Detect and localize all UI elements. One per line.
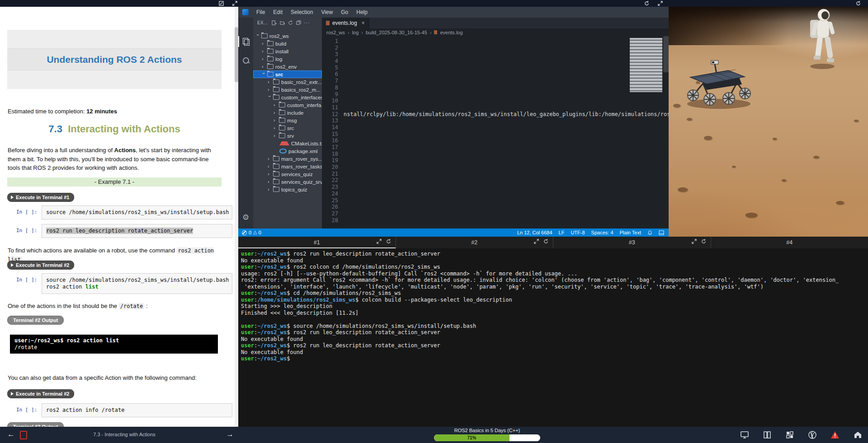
menu-file[interactable]: File <box>252 9 269 15</box>
editor-line: 28 <box>322 217 669 224</box>
tree-item-install[interactable]: ›install <box>253 47 322 55</box>
gazebo-sim-view[interactable] <box>669 7 868 237</box>
expand-icon[interactable] <box>534 239 539 244</box>
warning-icon[interactable] <box>830 430 840 439</box>
notebook-scrollbar[interactable] <box>235 7 238 427</box>
tree-item-src[interactable]: ›src <box>253 70 322 78</box>
reload-icon[interactable] <box>386 239 391 244</box>
more-actions-icon[interactable]: ··· <box>303 19 311 26</box>
terminal-line: user:~/ros2_ws$ ros2 run leo_description… <box>241 329 868 336</box>
tree-item-label: ros2_env <box>275 64 297 70</box>
tree-item-mars-rover-sys-[interactable]: ›mars_rover_sys... <box>253 155 322 163</box>
status-item[interactable]: UTF-8 <box>571 230 585 235</box>
tree-item-log[interactable]: ›log <box>253 55 322 63</box>
status-item[interactable]: LF <box>559 230 565 235</box>
tree-item-services-quiz[interactable]: ›services_quiz <box>253 170 322 178</box>
menu-selection[interactable]: Selection <box>287 9 317 15</box>
close-icon[interactable]: × <box>362 20 365 26</box>
status-item[interactable]: Ln 12, Col 6684 <box>517 230 552 235</box>
edit-icon[interactable] <box>219 1 224 6</box>
breadcrumb-item[interactable]: events.log <box>440 30 462 35</box>
forward-arrow-icon[interactable]: → <box>226 430 234 439</box>
code-input[interactable]: source /home/simulations/ros2_sims_ws/in… <box>42 205 232 219</box>
bell-icon[interactable] <box>647 230 652 235</box>
grid-icon[interactable] <box>785 430 795 439</box>
editor-scrollbar[interactable] <box>663 36 669 72</box>
explorer-icon[interactable] <box>238 34 253 49</box>
tree-item-custom-interfa-[interactable]: ›custom_interfa... <box>253 101 322 109</box>
tree-item-custom-interfaces[interactable]: ›custom_interfaces <box>253 93 322 101</box>
terminal-tab-1[interactable]: #1 <box>238 237 396 248</box>
tree-item-build[interactable]: ›build <box>253 40 322 47</box>
expand-icon[interactable] <box>692 239 697 244</box>
status-item[interactable]: Plain Text <box>620 230 642 235</box>
line-number: 15 <box>322 131 344 138</box>
tree-item-ros2-ws[interactable]: ›ros2_ws <box>253 32 322 40</box>
breadcrumb-item[interactable]: build_2025-08-30_16-15-45 <box>366 30 427 35</box>
status-item[interactable]: Spaces: 4 <box>591 230 613 235</box>
tree-item-msg[interactable]: ›msg <box>253 117 322 124</box>
expand-icon[interactable] <box>658 1 663 6</box>
execute-terminal-1-button[interactable]: Execute in Terminal #1 <box>7 193 74 202</box>
tree-item-srv[interactable]: ›srv <box>253 132 322 140</box>
reload-icon[interactable] <box>543 239 548 244</box>
file-tree: ›ros2_ws›build›install›log›ros2_env›src›… <box>253 28 322 193</box>
reload-icon[interactable] <box>856 1 861 6</box>
editor-line: 14 <box>322 124 669 131</box>
code-input[interactable]: ros2 action info /rotate <box>42 403 232 417</box>
stop-button[interactable] <box>20 431 27 439</box>
book-icon[interactable] <box>762 430 772 439</box>
new-folder-icon[interactable] <box>279 19 286 26</box>
tree-item-services-quiz-srv[interactable]: ›services_quiz_srv <box>253 178 322 186</box>
home-icon[interactable] <box>853 430 863 439</box>
tree-item-topics-quiz[interactable]: ›topics_quiz <box>253 186 322 193</box>
editor-content[interactable]: 123456789101112nstall/rclpy/lib:/home/si… <box>322 36 669 228</box>
terminal-output[interactable]: user:~/ros2_ws$ ros2 run leo_description… <box>238 248 868 362</box>
chevron-right-icon: › <box>430 30 432 35</box>
explorer-sidebar: EX... ··· ›ros2_ws›build›install›log›ros… <box>253 18 322 228</box>
tree-item-include[interactable]: ›include <box>253 109 322 117</box>
menu-view[interactable]: View <box>317 9 337 15</box>
warning-count[interactable]: 0 <box>259 230 261 235</box>
editor-group: events.log × ros2_ws›log›build_2025-08-3… <box>322 18 669 228</box>
reload-icon[interactable] <box>701 239 706 244</box>
back-arrow-icon[interactable]: ← <box>7 430 15 439</box>
expand-icon[interactable] <box>232 1 237 6</box>
tree-item-ros2-env[interactable]: ›ros2_env <box>253 63 322 70</box>
tab-events-log[interactable]: events.log × <box>322 18 369 28</box>
gear-icon[interactable]: ⚙ <box>238 210 253 225</box>
execute-terminal-2-button[interactable]: Execute in Terminal #2 <box>7 389 74 398</box>
terminal-tab-2[interactable]: #2 <box>396 237 554 248</box>
minimap[interactable] <box>630 38 662 92</box>
monitor-icon[interactable] <box>740 430 750 439</box>
tree-item-cmakelists-txt[interactable]: CMakeLists.txt <box>253 140 322 147</box>
tree-item-src[interactable]: ›src <box>253 124 322 132</box>
cell-prompt: In [ ]: <box>16 209 40 215</box>
scrollbar-thumb[interactable] <box>235 27 238 82</box>
menu-go[interactable]: Go <box>337 9 352 15</box>
log-file-icon <box>326 21 330 25</box>
search-icon[interactable] <box>238 53 253 68</box>
tree-item-basic-ros2-extr-[interactable]: ›basic_ros2_extr... <box>253 78 322 86</box>
tree-item-package-xml[interactable]: package.xml <box>253 147 322 155</box>
breadcrumb-item[interactable]: ros2_ws <box>326 30 345 35</box>
terminal-tab-4[interactable]: #4 <box>711 237 868 248</box>
code-input[interactable]: ros2 run leo_description rotate_action_s… <box>42 224 232 238</box>
error-count[interactable]: 0 <box>249 230 251 235</box>
menu-edit[interactable]: Edit <box>269 9 287 15</box>
new-file-icon[interactable] <box>271 19 278 26</box>
refresh-icon[interactable] <box>287 19 294 26</box>
ros-logo-icon[interactable] <box>807 430 817 439</box>
terminal-tab-3[interactable]: #3 <box>553 237 711 248</box>
course-notebook-panel[interactable]: Understanding ROS 2 Actions Estimated ti… <box>0 7 238 427</box>
expand-icon[interactable] <box>377 239 382 244</box>
panel-layout-icon[interactable] <box>659 230 664 235</box>
menu-help[interactable]: Help <box>352 9 372 15</box>
execute-terminal-2-button[interactable]: Execute in Terminal #2 <box>7 261 74 270</box>
breadcrumb-item[interactable]: log <box>352 30 359 35</box>
reload-icon[interactable] <box>644 1 649 6</box>
collapse-all-icon[interactable] <box>295 19 302 26</box>
tree-item-basics-ros2-m-[interactable]: ›basics_ros2_m... <box>253 86 322 93</box>
code-input[interactable]: source /home/simulations/ros2_sims_ws/in… <box>42 273 232 294</box>
tree-item-mars-rover-tasks[interactable]: ›mars_rover_tasks <box>253 163 322 170</box>
